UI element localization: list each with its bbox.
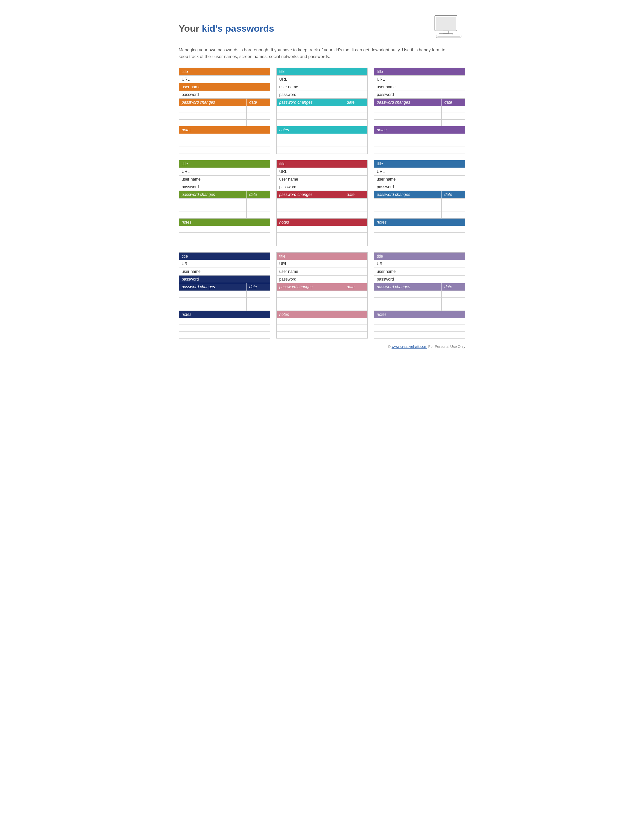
- pw-changes-label-8: password changes: [277, 283, 345, 291]
- title-row-6: title: [374, 160, 465, 168]
- pw-changes-header-1: password changes date: [179, 99, 270, 106]
- notes-line-2a: [277, 133, 368, 140]
- header: Your kid's passwords: [179, 13, 465, 40]
- notes-line-4c: [179, 239, 270, 246]
- pw-changes-label-9: password changes: [374, 283, 442, 291]
- footer-link[interactable]: www.creativehatt.com: [392, 344, 427, 349]
- card-8: title URL user name password password ch…: [276, 252, 368, 339]
- notes-label-7: notes: [179, 311, 270, 318]
- url-row-3: URL: [374, 76, 465, 83]
- date-label-3: date: [442, 99, 465, 106]
- notes-line-9a: [374, 318, 465, 325]
- url-row-5: URL: [277, 168, 368, 175]
- pw-changes-label-3: password changes: [374, 99, 442, 106]
- pw-row-5b: [277, 205, 368, 212]
- notes-line-6a: [374, 226, 465, 233]
- date-label-1: date: [247, 99, 270, 106]
- pw-changes-header-2: password changes date: [277, 99, 368, 106]
- username-row-2: user name: [277, 83, 368, 91]
- pw-changes-header-9: password changes date: [374, 283, 465, 291]
- pw-changes-label-1: password changes: [179, 99, 247, 106]
- pw-row-6c: [374, 212, 465, 219]
- pw-changes-label-4: password changes: [179, 191, 247, 198]
- pw-row-9c: [374, 304, 465, 311]
- pw-row-3a: [374, 106, 465, 113]
- svg-rect-4: [436, 35, 461, 38]
- title-row-7: title: [179, 252, 270, 260]
- pw-row-8a: [277, 291, 368, 298]
- pw-row-9b: [374, 298, 465, 304]
- pw-changes-header-7: password changes date: [179, 283, 270, 291]
- card-9: title URL user name password password ch…: [374, 252, 465, 339]
- password-row-7: password: [179, 275, 270, 283]
- date-label-4: date: [247, 191, 270, 198]
- username-row-4: user name: [179, 175, 270, 183]
- username-row-5: user name: [277, 175, 368, 183]
- notes-line-4b: [179, 233, 270, 239]
- url-row-7: URL: [179, 260, 270, 268]
- date-label-8: date: [344, 283, 367, 291]
- notes-line-6c: [374, 239, 465, 246]
- notes-line-5b: [277, 233, 368, 239]
- cards-row-2: title URL user name password password ch…: [179, 160, 465, 246]
- pw-row-7b: [179, 298, 270, 304]
- card-6: title URL user name password password ch…: [374, 160, 465, 246]
- notes-label-1: notes: [179, 126, 270, 133]
- card-5: title URL user name password password ch…: [276, 160, 368, 246]
- pw-row-2b: [277, 113, 368, 120]
- card-4: title URL user name password password ch…: [179, 160, 270, 246]
- notes-line-9c: [374, 331, 465, 338]
- title-row-4: title: [179, 160, 270, 168]
- url-row-2: URL: [277, 76, 368, 83]
- url-row-8: URL: [277, 260, 368, 268]
- date-label-5: date: [344, 191, 367, 198]
- pw-changes-header-5: password changes date: [277, 191, 368, 199]
- password-row-5: password: [277, 183, 368, 191]
- pw-row-2a: [277, 106, 368, 113]
- notes-line-6b: [374, 233, 465, 239]
- notes-line-8c: [277, 331, 368, 338]
- date-label-7: date: [247, 283, 270, 291]
- svg-rect-1: [436, 17, 456, 30]
- card-3: title URL user name password password ch…: [374, 68, 465, 154]
- password-row-3: password: [374, 91, 465, 99]
- pw-row-3c: [374, 120, 465, 126]
- notes-label-8: notes: [277, 311, 368, 318]
- pw-row-4b: [179, 205, 270, 212]
- card-2: title URL user name password password ch…: [276, 68, 368, 154]
- notes-line-7a: [179, 318, 270, 325]
- notes-line-3a: [374, 133, 465, 140]
- pw-row-4a: [179, 199, 270, 205]
- notes-line-7b: [179, 325, 270, 331]
- date-label-6: date: [442, 191, 465, 198]
- password-row-1: password: [179, 91, 270, 99]
- notes-line-2c: [277, 147, 368, 154]
- date-label-2: date: [344, 99, 367, 106]
- username-row-6: user name: [374, 175, 465, 183]
- pw-row-1a: [179, 106, 270, 113]
- password-row-4: password: [179, 183, 270, 191]
- notes-line-9b: [374, 325, 465, 331]
- password-row-8: password: [277, 275, 368, 283]
- pw-row-4c: [179, 212, 270, 219]
- pw-changes-label-2: password changes: [277, 99, 345, 106]
- notes-line-7c: [179, 331, 270, 338]
- password-row-9: password: [374, 275, 465, 283]
- url-row-6: URL: [374, 168, 465, 175]
- pw-row-6b: [374, 205, 465, 212]
- title-row-2: title: [277, 68, 368, 76]
- pw-changes-header-4: password changes date: [179, 191, 270, 199]
- pw-row-6a: [374, 199, 465, 205]
- notes-line-5c: [277, 239, 368, 246]
- url-row-9: URL: [374, 260, 465, 268]
- notes-label-3: notes: [374, 126, 465, 133]
- notes-line-2b: [277, 140, 368, 147]
- password-row-6: password: [374, 183, 465, 191]
- notes-line-1c: [179, 147, 270, 154]
- username-row-8: user name: [277, 268, 368, 275]
- computer-icon: [432, 13, 465, 40]
- url-row-1: URL: [179, 76, 270, 83]
- notes-label-4: notes: [179, 219, 270, 226]
- title-row-1: title: [179, 68, 270, 76]
- description-text: Managing your own passwords is hard enou…: [179, 47, 445, 60]
